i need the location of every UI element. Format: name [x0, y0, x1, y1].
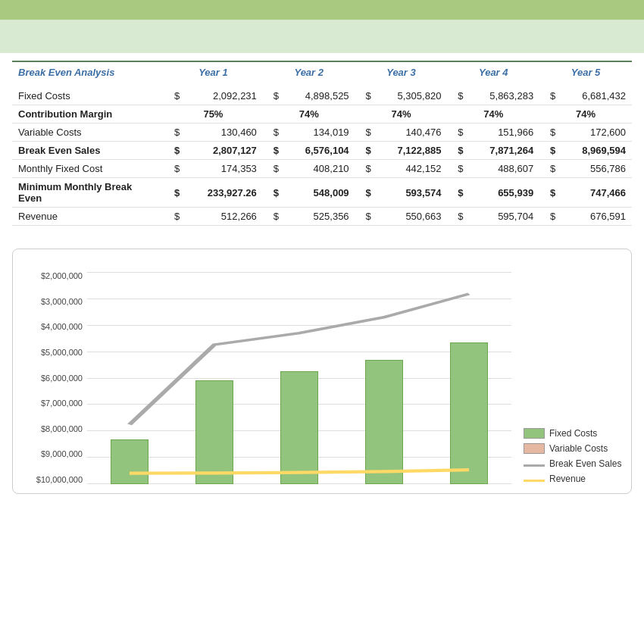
currency-value: 7,122,885: [377, 142, 448, 160]
currency-value: 548,009: [285, 178, 355, 208]
row-label: Fixed Costs: [12, 85, 164, 105]
pct-cell: 74%: [447, 105, 539, 123]
currency-value: 172,600: [561, 123, 632, 142]
row-label: Revenue: [12, 208, 164, 226]
currency-value: 134,019: [285, 123, 355, 142]
legend-label: Break Even Sales: [549, 458, 621, 469]
dollar-sign: $: [263, 160, 285, 178]
bar-fixed-costs: [195, 380, 233, 484]
dollar-sign: $: [355, 123, 377, 142]
currency-value: 408,210: [285, 160, 355, 178]
bars-container: [87, 272, 511, 484]
currency-value: 593,574: [377, 178, 448, 208]
dollar-sign: $: [539, 160, 561, 178]
currency-value: 233,927.26: [186, 178, 263, 208]
table-section: Break Even Analysis Year 1 Year 2 Year 3…: [0, 53, 644, 241]
currency-value: 676,591: [561, 208, 632, 226]
dollar-sign: $: [164, 123, 186, 142]
currency-value: 488,607: [470, 160, 540, 178]
break-even-table: Break Even Analysis Year 1 Year 2 Year 3…: [12, 61, 632, 226]
table-row: Monthly Fixed Cost$174,353$408,210$442,1…: [12, 160, 632, 178]
currency-value: 5,305,820: [377, 85, 448, 105]
currency-value: 747,466: [561, 178, 632, 208]
row-label: Contribution Margin: [12, 105, 164, 123]
currency-value: 8,969,594: [561, 142, 632, 160]
dollar-sign: $: [164, 160, 186, 178]
dollar-sign: $: [447, 178, 469, 208]
y-axis-label: $4,000,000: [22, 323, 83, 331]
table-row: Break Even Sales$2,807,127$6,576,104$7,1…: [12, 142, 632, 160]
table-row: Variable Costs$130,460$134,019$140,476$1…: [12, 123, 632, 142]
bar-fixed-costs: [365, 360, 403, 484]
legend-swatch: [524, 428, 545, 439]
dollar-sign: $: [447, 142, 469, 160]
y-axis-label: $3,000,000: [22, 298, 83, 306]
pct-cell: 74%: [539, 105, 632, 123]
row-label: Break Even Sales: [12, 142, 164, 160]
bar-fixed-costs: [111, 439, 148, 484]
row-label: Minimum Monthly Break Even: [12, 178, 164, 208]
dollar-sign: $: [447, 123, 469, 142]
bar-fixed-costs: [280, 371, 318, 484]
legend-item: Break Even Sales: [524, 458, 622, 469]
bar-group: [342, 272, 427, 484]
legend-label: Variable Costs: [549, 443, 608, 454]
legend-swatch: [524, 443, 545, 454]
currency-value: 140,476: [377, 123, 448, 142]
bar-group: [87, 272, 172, 484]
col-header-label: Break Even Analysis: [12, 61, 164, 85]
legend-label: Revenue: [549, 474, 586, 484]
chart-section: $10,000,000$9,000,000$8,000,000$7,000,00…: [12, 249, 632, 494]
table-header-row: Break Even Analysis Year 1 Year 2 Year 3…: [12, 61, 632, 85]
col-header-year2: Year 2: [263, 61, 355, 85]
dollar-sign: $: [355, 208, 377, 226]
currency-value: 2,092,231: [186, 85, 263, 105]
currency-value: 2,807,127: [186, 142, 263, 160]
col-header-year3: Year 3: [355, 61, 448, 85]
y-axis-label: $10,000,000: [22, 476, 83, 484]
y-axis-label: $7,000,000: [22, 399, 83, 408]
dollar-sign: $: [355, 160, 377, 178]
dollar-sign: $: [263, 85, 285, 105]
legend-item: Revenue: [524, 474, 622, 484]
y-axis-label: $9,000,000: [22, 450, 83, 458]
dollar-sign: $: [539, 208, 561, 226]
pct-cell: 74%: [263, 105, 355, 123]
pct-cell: 75%: [164, 105, 263, 123]
dollar-sign: $: [447, 85, 469, 105]
y-axis-label: $8,000,000: [22, 425, 83, 433]
currency-value: 655,939: [470, 178, 540, 208]
currency-value: 174,353: [186, 160, 263, 178]
currency-value: 595,704: [470, 208, 540, 226]
dollar-sign: $: [263, 178, 285, 208]
currency-value: 556,786: [561, 160, 632, 178]
dollar-sign: $: [539, 123, 561, 142]
table-row: Contribution Margin75%74%74%74%74%: [12, 105, 632, 123]
chart-legend: Fixed CostsVariable CostsBreak Even Sale…: [524, 428, 622, 484]
currency-value: 5,863,283: [470, 85, 540, 105]
bar-group: [172, 272, 257, 484]
dollar-sign: $: [447, 208, 469, 226]
currency-value: 6,681,432: [561, 85, 632, 105]
row-label: Variable Costs: [12, 123, 164, 142]
currency-value: 442,152: [377, 160, 448, 178]
bar-fixed-costs: [450, 342, 488, 484]
dollar-sign: $: [539, 85, 561, 105]
currency-value: 7,871,264: [470, 142, 540, 160]
y-axis-label: $5,000,000: [22, 349, 83, 357]
currency-value: 6,576,104: [285, 142, 355, 160]
col-header-year1: Year 1: [164, 61, 263, 85]
bar-group: [257, 272, 342, 484]
currency-value: 151,966: [470, 123, 540, 142]
dollar-sign: $: [447, 160, 469, 178]
col-header-year5: Year 5: [539, 61, 632, 85]
dollar-sign: $: [164, 142, 186, 160]
bar-group: [427, 272, 511, 484]
table-row: Minimum Monthly Break Even$233,927.26$54…: [12, 178, 632, 208]
dollar-sign: $: [164, 208, 186, 226]
legend-item: Fixed Costs: [524, 428, 622, 439]
page-header: [0, 0, 644, 20]
y-axis: $10,000,000$9,000,000$8,000,000$7,000,00…: [22, 272, 83, 484]
dollar-sign: $: [355, 85, 377, 105]
dollar-sign: $: [355, 178, 377, 208]
